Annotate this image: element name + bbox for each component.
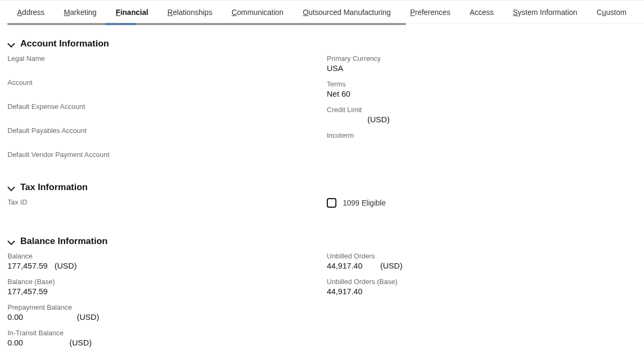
field-balance-base: Balance (Base) 177,457.59 (7, 278, 327, 296)
content-area: Account Information Legal Name Account D… (0, 26, 644, 362)
tab-preferences[interactable]: Preferences (400, 1, 460, 23)
field-value: 177,457.59 (7, 287, 327, 296)
tab-bar: Address Marketing Financial Relationship… (0, 0, 644, 23)
field-balance: Balance 177,457.59 (USD) (7, 252, 327, 270)
tab-communication[interactable]: Communication (222, 1, 293, 23)
unbilled-value: 44,917.40 (327, 261, 377, 270)
field-default-payables-account: Default Payables Account (7, 127, 327, 136)
field-value: 44,917.40 (327, 287, 637, 296)
credit-currency: (USD) (367, 115, 390, 124)
field-label: Default Expense Account (7, 103, 327, 111)
section-title: Tax Information (20, 182, 88, 193)
field-label: Legal Name (7, 54, 327, 62)
tab-address[interactable]: Address (7, 1, 54, 23)
field-value: USA (327, 64, 637, 73)
tab-financial[interactable]: Financial (106, 1, 158, 23)
field-value: Net 60 (327, 89, 637, 98)
tab-relationships[interactable]: Relationships (158, 1, 222, 23)
field-in-transit-balance: In-Transit Balance 0.00 (USD) (7, 329, 327, 347)
field-terms: Terms Net 60 (327, 80, 637, 98)
field-label: In-Transit Balance (7, 329, 327, 337)
chevron-down-icon (7, 238, 15, 245)
tab-underline (7, 23, 406, 25)
checkbox-label: 1099 Eligible (343, 199, 386, 207)
prepayment-value: 0.00 (7, 312, 74, 321)
section-tax-information[interactable]: Tax Information (7, 182, 637, 193)
field-label: Terms (327, 80, 637, 88)
field-1099-eligible: 1099 Eligible (327, 198, 637, 208)
field-default-vendor-payment-account: Default Vendor Payment Account (7, 151, 327, 160)
field-unbilled-orders: Unbilled Orders 44,917.40 (USD) (327, 252, 637, 270)
section-title: Account Information (20, 38, 109, 49)
field-label: Primary Currency (327, 54, 637, 62)
field-label: Tax ID (7, 198, 327, 206)
section-balance-information[interactable]: Balance Information (7, 236, 637, 247)
field-label: Unbilled Orders (327, 252, 637, 260)
field-label: Balance (Base) (7, 278, 327, 286)
intransit-currency: (USD) (69, 338, 92, 347)
field-legal-name: Legal Name (7, 54, 327, 64)
tab-access[interactable]: Access (460, 1, 503, 23)
tab-active-indicator (105, 23, 136, 25)
field-primary-currency: Primary Currency USA (327, 54, 637, 73)
checkbox-1099-eligible[interactable] (327, 198, 336, 208)
section-title: Balance Information (20, 236, 107, 247)
section-account-information[interactable]: Account Information (7, 38, 637, 49)
chevron-down-icon (7, 40, 15, 48)
field-label: Unbilled Orders (Base) (327, 278, 637, 286)
field-account: Account (7, 78, 327, 88)
tab-system-information[interactable]: System Information (504, 1, 587, 23)
tab-marketing[interactable]: Marketing (54, 1, 106, 23)
chevron-down-icon (7, 184, 15, 191)
field-unbilled-orders-base: Unbilled Orders (Base) 44,917.40 (327, 278, 637, 296)
field-label: Credit Limit (327, 106, 637, 114)
prepayment-currency: (USD) (77, 312, 99, 321)
field-label: Balance (7, 252, 327, 260)
tab-outsourced-manufacturing[interactable]: Outsourced Manufacturing (293, 1, 400, 23)
field-default-expense-account: Default Expense Account (7, 103, 327, 112)
field-incoterm: Incoterm (327, 131, 637, 140)
intransit-value: 0.00 (7, 338, 66, 347)
tab-custom[interactable]: Cuustom (587, 1, 636, 23)
field-credit-limit: Credit Limit (USD) (327, 106, 637, 124)
balance-value: 177,457.59 (7, 261, 51, 270)
field-tax-id: Tax ID (7, 198, 327, 207)
field-label: Incoterm (327, 131, 637, 139)
field-label: Prepayment Balance (7, 303, 327, 311)
tab-list: Address Marketing Financial Relationship… (7, 1, 636, 23)
unbilled-currency: (USD) (380, 261, 403, 270)
field-prepayment-balance: Prepayment Balance 0.00 (USD) (7, 303, 327, 321)
field-label: Default Vendor Payment Account (7, 151, 327, 159)
balance-currency: (USD) (54, 261, 77, 270)
field-label: Account (7, 78, 327, 86)
field-label: Default Payables Account (7, 127, 327, 135)
